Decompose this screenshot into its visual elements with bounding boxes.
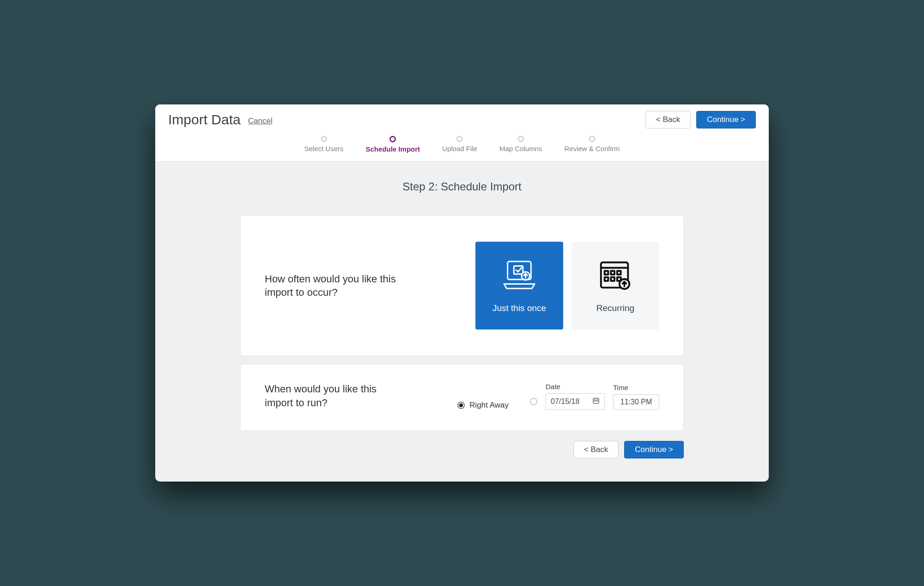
step-label: Map Columns — [499, 145, 542, 153]
import-data-dialog: Import Data Cancel < Back Continue > Sel… — [155, 104, 769, 482]
svg-rect-16 — [594, 401, 595, 402]
step-upload-file[interactable]: Upload File — [442, 136, 477, 153]
wizard-steps: Select Users Schedule Import Upload File… — [168, 130, 756, 161]
when-option-scheduled: Date 07/15/18 — [530, 383, 659, 410]
upload-laptop-icon — [501, 258, 537, 295]
back-button-top[interactable]: < Back — [645, 111, 691, 128]
svg-rect-17 — [596, 401, 596, 402]
radio-icon — [457, 402, 465, 409]
step-heading: Step 2: Schedule Import — [183, 180, 741, 193]
when-option-right-away[interactable]: Right Away — [457, 401, 509, 410]
time-label: Time — [613, 384, 659, 391]
when-card: When would you like this import to run? … — [240, 364, 684, 430]
step-select-users[interactable]: Select Users — [304, 136, 343, 153]
dialog-body: Step 2: Schedule Import How often would … — [155, 162, 769, 482]
calendar-icon — [592, 397, 600, 406]
calendar-grid-icon — [597, 258, 633, 295]
svg-rect-7 — [617, 271, 621, 275]
step-dot-icon — [389, 136, 396, 142]
step-review-confirm[interactable]: Review & Confirm — [564, 136, 620, 153]
svg-rect-5 — [605, 271, 608, 275]
step-map-columns[interactable]: Map Columns — [499, 136, 542, 153]
date-input[interactable]: 07/15/18 — [546, 393, 605, 410]
frequency-question: How often would you like this import to … — [265, 272, 403, 299]
continue-button-top[interactable]: Continue > — [696, 111, 756, 128]
step-dot-icon — [518, 136, 524, 142]
frequency-card: How often would you like this import to … — [240, 215, 684, 356]
step-dot-icon — [456, 136, 462, 142]
svg-rect-8 — [605, 277, 608, 281]
continue-button-bottom[interactable]: Continue > — [624, 441, 684, 458]
svg-rect-18 — [597, 401, 598, 402]
frequency-option-recurring[interactable]: Recurring — [571, 242, 659, 330]
time-value: 11:30 PM — [620, 398, 652, 406]
step-label: Select Users — [304, 145, 343, 153]
tile-label: Recurring — [596, 303, 634, 313]
when-question: When would you like this import to run? — [265, 382, 394, 409]
radio-scheduled[interactable] — [530, 398, 537, 405]
cancel-link[interactable]: Cancel — [248, 116, 273, 126]
step-schedule-import[interactable]: Schedule Import — [366, 136, 420, 153]
date-label: Date — [546, 383, 605, 391]
svg-rect-6 — [611, 271, 614, 275]
step-label: Review & Confirm — [564, 145, 620, 153]
radio-label: Right Away — [469, 401, 509, 410]
step-dot-icon — [321, 136, 327, 142]
page-title: Import Data — [168, 112, 241, 128]
tile-label: Just this once — [492, 303, 546, 313]
step-label: Upload File — [442, 145, 477, 153]
date-value: 07/15/18 — [551, 397, 579, 406]
frequency-option-once[interactable]: Just this once — [475, 242, 563, 330]
step-label: Schedule Import — [366, 145, 420, 153]
back-button-bottom[interactable]: < Back — [573, 441, 619, 458]
step-dot-icon — [589, 136, 595, 142]
svg-rect-9 — [611, 277, 614, 281]
topbar: Import Data Cancel < Back Continue > Sel… — [155, 104, 769, 162]
time-input[interactable]: 11:30 PM — [613, 394, 659, 410]
